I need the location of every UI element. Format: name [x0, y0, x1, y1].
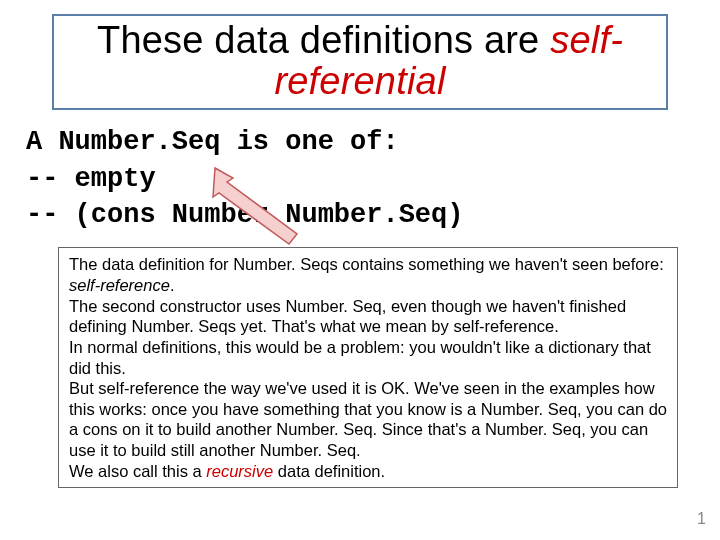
explain-p3: In normal definitions, this would be a p…: [69, 337, 667, 378]
page-number: 1: [697, 510, 706, 528]
explain-p5: We also call this a recursive data defin…: [69, 461, 667, 482]
slide: These data definitions are self- referen…: [0, 0, 720, 540]
title-line-2: referential: [62, 61, 658, 102]
title-part-1: These data definitions are: [97, 19, 550, 61]
title-part-3: referential: [274, 60, 445, 102]
explain-p1b: self-reference: [69, 276, 170, 294]
explain-p1: The data definition for Number. Seqs con…: [69, 254, 667, 295]
explanation-box: The data definition for Number. Seqs con…: [58, 247, 678, 488]
explain-p2: The second constructor uses Number. Seq,…: [69, 296, 667, 337]
explain-p5a: We also call this a: [69, 462, 206, 480]
title-part-2: self-: [550, 19, 623, 61]
explain-p5b: recursive: [206, 462, 273, 480]
title-box: These data definitions are self- referen…: [52, 14, 668, 110]
explain-p5c: data definition.: [273, 462, 385, 480]
title-line-1: These data definitions are self-: [62, 20, 658, 61]
explain-p1a: The data definition for Number. Seqs con…: [69, 255, 664, 273]
code-definition: A Number.Seq is one of: -- empty -- (con…: [26, 124, 698, 233]
explain-p4: But self-reference the way we've used it…: [69, 378, 667, 461]
explain-p1c: .: [170, 276, 175, 294]
